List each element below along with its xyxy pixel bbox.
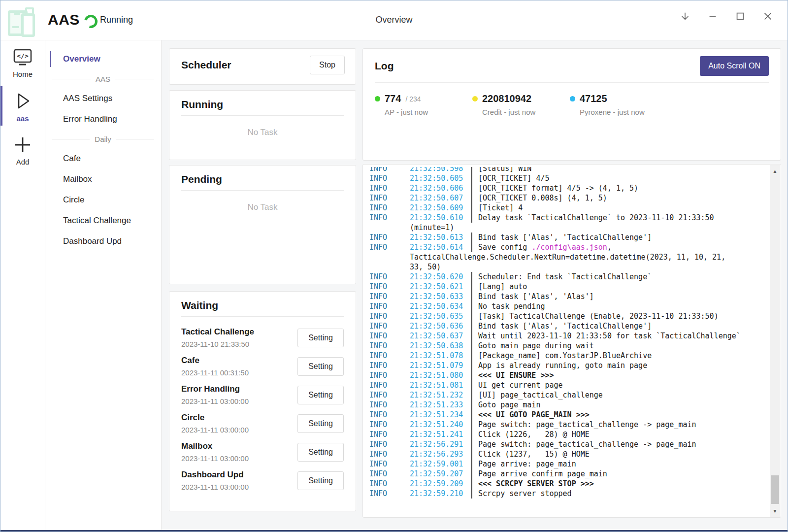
log-separator [471, 233, 472, 242]
rail-item-label: Home [13, 70, 33, 78]
task-setting-button[interactable]: Setting [297, 471, 344, 490]
stop-button[interactable]: Stop [310, 56, 345, 74]
log-level: INFO [363, 489, 410, 499]
log-message: Bind task ['Alas', 'TacticalChallenge'] [478, 321, 652, 331]
log-separator [471, 167, 472, 173]
log-line: INFO21:32:51.081UI get current page [363, 380, 764, 390]
log-timestamp: 21:32:51.234 [410, 410, 471, 420]
log-timestamp: 21:32:51.078 [410, 351, 471, 361]
rail-item-add[interactable]: Add [0, 127, 45, 170]
log-timestamp: 21:32:50.621 [410, 282, 471, 292]
log-message: <<< SCRCPY SERVER STOP >>> [478, 479, 594, 489]
task-next-run-time: 2023-11-11 03:00:00 [181, 454, 249, 463]
minimize-icon[interactable] [706, 8, 720, 24]
task-setting-button[interactable]: Setting [297, 386, 344, 404]
log-level: INFO [363, 183, 410, 193]
log-separator [471, 400, 472, 410]
pending-empty-text: No Task [169, 191, 356, 212]
log-timestamp: 21:32:51.233 [410, 400, 471, 410]
nav-item-aas-settings[interactable]: AAS Settings [45, 88, 161, 109]
log-separator [471, 361, 472, 370]
scroll-up-icon[interactable]: ▲ [770, 166, 780, 176]
rail-item-home[interactable]: </> Home [0, 40, 45, 82]
log-timestamp: 21:32:59.001 [410, 459, 471, 469]
log-timestamp: 21:32:50.609 [410, 203, 471, 213]
log-message: Click (1226, 28) @ HOME [478, 430, 590, 439]
log-line: INFO21:32:50.605[OCR_TICKET] 4/5 [363, 173, 764, 183]
log-timestamp: 21:32:51.232 [410, 390, 471, 400]
log-message: Delay task `TacticalChallenge` to 2023-1… [478, 213, 714, 223]
download-icon[interactable] [678, 8, 692, 24]
log-message: Goto page_main [478, 400, 540, 410]
waiting-task-info: Cafe2023-11-11 00:31:50 [181, 356, 249, 377]
close-icon[interactable] [761, 8, 775, 24]
log-message: <<< UI ENSURE >>> [478, 370, 554, 380]
log-message: Page switch: page_tactical_challenge -> … [478, 439, 696, 449]
task-setting-button[interactable]: Setting [297, 443, 344, 462]
log-separator [471, 213, 472, 223]
log-level [363, 223, 410, 233]
task-setting-button[interactable]: Setting [297, 329, 344, 347]
log-line: INFO21:32:51.078[Package_name] com.Yosta… [363, 351, 764, 361]
log-separator [471, 449, 472, 459]
log-message: Page switch: page_tactical_challenge -> … [478, 420, 696, 430]
log-output-panel: INFO21:32:50.598[Status] WININFO21:32:50… [362, 164, 781, 518]
stat-dot-icon [570, 96, 575, 101]
log-line-continuation: TacticalChallenge.Scheduler.NextRun=date… [363, 252, 764, 262]
stat-value: 220810942 [482, 93, 531, 104]
nav-item-circle[interactable]: Circle [45, 190, 161, 210]
log-separator [471, 479, 472, 489]
log-level: INFO [363, 292, 410, 301]
auto-scroll-button[interactable]: Auto Scroll ON [700, 56, 769, 76]
nav-item-dashboard-upd[interactable]: Dashboard Upd [45, 231, 161, 252]
log-level [363, 252, 410, 262]
log-title: Log [375, 60, 394, 72]
log-separator [471, 282, 472, 292]
stat-dot-icon [375, 96, 380, 101]
stat-value: 774 [385, 93, 401, 104]
task-setting-button[interactable]: Setting [297, 414, 344, 433]
nav-item-error-handling[interactable]: Error Handling [45, 109, 161, 130]
log-level: INFO [363, 242, 410, 252]
scroll-down-icon[interactable]: ▼ [770, 506, 780, 516]
log-message: [Lang] auto [478, 282, 527, 292]
nav-item-overview[interactable]: Overview [45, 49, 161, 69]
stat-ap-just-now: 774/ 234AP - just now [375, 93, 472, 116]
log-message: Scheduler: End task `TacticalChallenge` [478, 272, 652, 282]
stat-label: AP - just now [385, 108, 472, 116]
log-message: [OCR_TICKET] 4/5 [478, 173, 550, 183]
log-line: INFO21:32:50.621[Lang] auto [363, 282, 764, 292]
log-level: INFO [363, 439, 410, 449]
task-name: Circle [181, 413, 249, 423]
nav-item-cafe[interactable]: Cafe [45, 148, 161, 169]
log-message: [OCR_TICKET 0.008s] (4, 1, 5) [478, 193, 607, 203]
task-name: Cafe [181, 356, 249, 366]
log-separator [471, 439, 472, 449]
log-separator [471, 173, 472, 183]
log-line: INFO21:32:50.606[OCR_TICKET format] 4/5 … [363, 183, 764, 193]
log-separator [471, 351, 472, 361]
icon-rail: </> Home aas Add [0, 40, 45, 530]
log-separator [471, 341, 472, 351]
task-setting-button[interactable]: Setting [297, 357, 344, 376]
log-separator [471, 469, 472, 479]
waiting-task-info: Tactical Challenge2023-11-10 21:33:50 [181, 327, 254, 348]
main-content: Scheduler Stop Running No Task Pending N… [162, 40, 788, 530]
running-empty-text: No Task [169, 116, 356, 137]
nav-item-tactical-challenge[interactable]: Tactical Challenge [45, 210, 161, 231]
pending-title: Pending [181, 166, 344, 191]
log-separator [471, 203, 472, 213]
log-scrollbar[interactable]: ▲ ▼ [770, 165, 780, 517]
waiting-task-info: Dashboard Upd2023-11-11 03:00:00 [181, 470, 249, 491]
waiting-title: Waiting [181, 292, 344, 317]
log-line: INFO21:32:51.233Goto page_main [363, 400, 764, 410]
scrollbar-thumb[interactable] [771, 475, 779, 504]
rail-item-label: Add [16, 158, 30, 166]
log-separator [471, 459, 472, 469]
maximize-icon[interactable] [733, 8, 747, 24]
stat-total: / 234 [405, 95, 421, 103]
waiting-card: Waiting Tactical Challenge2023-11-10 21:… [169, 291, 356, 511]
log-timestamp: 21:32:51.080 [410, 370, 471, 380]
nav-item-mailbox[interactable]: Mailbox [45, 169, 161, 190]
rail-item-aas[interactable]: aas [0, 82, 45, 127]
